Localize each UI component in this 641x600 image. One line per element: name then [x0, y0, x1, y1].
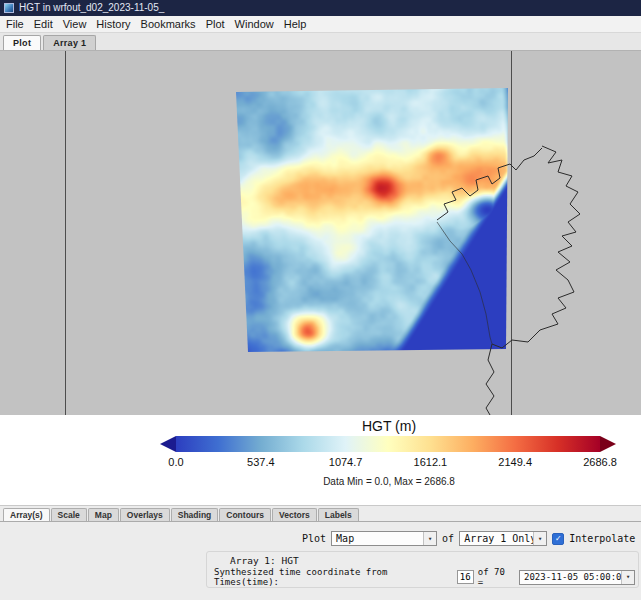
panel-tab-label: Contours: [226, 510, 264, 520]
plot-area[interactable]: [0, 51, 641, 415]
time-value: 2023-11-05 05:00:00: [520, 571, 621, 584]
interpolate-label: Interpolate: [569, 533, 635, 544]
colorbar-gradient: [176, 436, 600, 452]
panel-tab-contours[interactable]: Contours: [219, 508, 271, 521]
colorbar-tick: 1612.1: [414, 456, 448, 468]
menu-history[interactable]: History: [91, 18, 135, 30]
panel-tab-map[interactable]: Map: [88, 508, 119, 521]
tab-plot-label: Plot: [13, 38, 31, 48]
panel-tab-overlays[interactable]: Overlays: [120, 508, 170, 521]
colorbar-left-arrow: [160, 436, 176, 452]
coastline-path-inmap: [437, 222, 492, 344]
colorbar-tick: 2149.4: [498, 456, 532, 468]
interpolate-checkbox[interactable]: ✓: [552, 533, 564, 545]
menu-view[interactable]: View: [58, 18, 92, 30]
title-bar[interactable]: HGT in wrfout_d02_2023-11-05_: [0, 0, 641, 16]
panel-tab-labels[interactable]: Labels: [318, 508, 359, 521]
colorbar-title: HGT (m): [160, 418, 618, 434]
legend-section: HGT (m) 0.0 537.4 1074.7 1612.1 2149.4 2…: [0, 415, 641, 505]
colorbar-ticks: 0.0 537.4 1074.7 1612.1 2149.4 2686.8: [176, 456, 600, 469]
colorbar-tick: 537.4: [247, 456, 275, 468]
array-info: Array 1: HGT: [210, 554, 635, 567]
dropdown-arrow-icon: ▾: [533, 532, 546, 545]
panel-tab-label: Map: [95, 510, 112, 520]
array-mode-select[interactable]: Array 1 Only ▾: [459, 531, 547, 546]
tab-plot[interactable]: Plot: [3, 35, 41, 50]
plot-type-value: Map: [332, 532, 423, 545]
panel-tab-label: Array(s): [10, 510, 43, 520]
app-icon: [4, 3, 14, 13]
menu-plot[interactable]: Plot: [201, 18, 230, 30]
colorbar-tick: 2686.8: [583, 456, 617, 468]
app-window: HGT in wrfout_d02_2023-11-05_ File Edit …: [0, 0, 641, 600]
plot-type-select[interactable]: Map ▾: [331, 531, 437, 546]
panel-tab-shading[interactable]: Shading: [171, 508, 219, 521]
data-range-note: Data Min = 0.0, Max = 2686.8: [160, 476, 618, 487]
colorbar: [160, 436, 616, 452]
colorbar-tick: 0.0: [168, 456, 183, 468]
menu-window[interactable]: Window: [230, 18, 279, 30]
panel-tab-label: Vectors: [279, 510, 310, 520]
tab-array-1[interactable]: Array 1: [43, 35, 96, 50]
panel-tab-label: Shading: [178, 510, 212, 520]
time-value-select[interactable]: 2023-11-05 05:00:00 ▾: [519, 570, 635, 585]
controls-panel: Array(s) Scale Map Overlays Shading Cont…: [0, 505, 641, 600]
colorbar-right-arrow: [600, 436, 616, 452]
coastline-path-outer: [486, 146, 580, 415]
panel-tab-label: Overlays: [127, 510, 163, 520]
view-tab-bar: Plot Array 1: [0, 33, 641, 51]
panel-tab-bar: Array(s) Scale Map Overlays Shading Cont…: [0, 506, 641, 522]
time-label: Synthesized time coordinate from Times(t…: [214, 567, 453, 587]
coastline-overlay: [0, 51, 641, 415]
menu-bar: File Edit View History Bookmarks Plot Wi…: [0, 16, 641, 33]
panel-tab-label: Scale: [58, 510, 80, 520]
dropdown-arrow-icon: ▾: [423, 532, 436, 545]
time-row: Synthesized time coordinate from Times(t…: [210, 569, 635, 585]
colorbar-tick: 1074.7: [329, 456, 363, 468]
menu-edit[interactable]: Edit: [29, 18, 58, 30]
time-index-input[interactable]: [457, 570, 474, 584]
menu-file[interactable]: File: [1, 18, 29, 30]
plot-options-row: Plot Map ▾ of Array 1 Only ▾ ✓ Interpola…: [302, 531, 635, 546]
of-label: of: [442, 533, 454, 544]
menu-help[interactable]: Help: [279, 18, 312, 30]
tab-array-1-label: Array 1: [53, 38, 86, 48]
dropdown-arrow-icon: ▾: [621, 571, 634, 584]
array-mode-value: Array 1 Only: [460, 532, 533, 545]
window-title: HGT in wrfout_d02_2023-11-05_: [19, 0, 164, 16]
plot-label: Plot: [302, 533, 326, 544]
coastline-path-north: [437, 148, 542, 220]
panel-tab-scale[interactable]: Scale: [51, 508, 87, 521]
panel-tab-label: Labels: [325, 510, 352, 520]
time-of-label: of 70 =: [478, 567, 515, 587]
panel-tab-arrays[interactable]: Array(s): [3, 508, 50, 521]
panel-tab-vectors[interactable]: Vectors: [272, 508, 317, 521]
menu-bookmarks[interactable]: Bookmarks: [136, 18, 201, 30]
check-icon: ✓: [555, 534, 560, 543]
array-info-group: Array 1: HGT Synthesized time coordinate…: [206, 551, 639, 588]
